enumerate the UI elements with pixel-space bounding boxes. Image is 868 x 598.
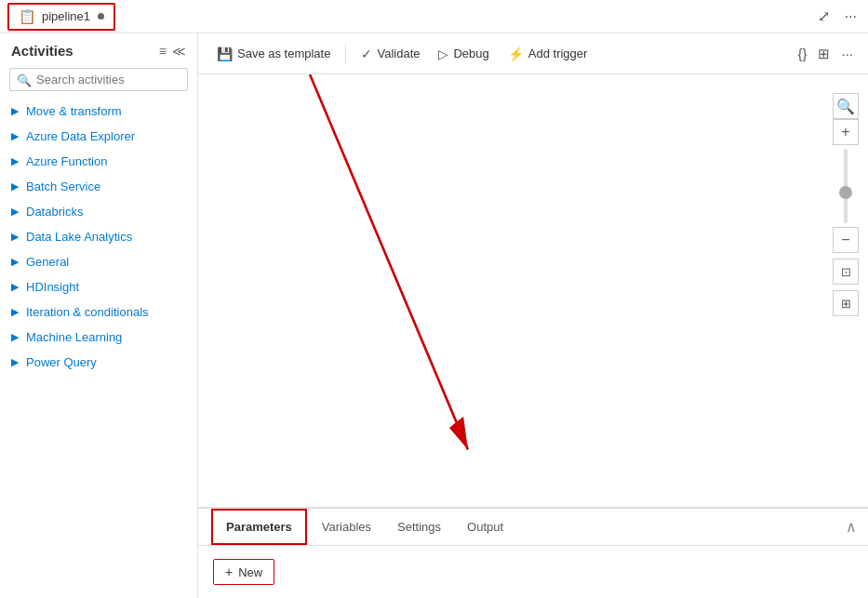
sidebar-collapse-button[interactable]: ≡ (159, 44, 167, 59)
chevron-icon: ▶ (11, 306, 19, 318)
chevron-icon: ▶ (11, 130, 19, 142)
tab-actions: ⤢ ··· (814, 6, 861, 27)
activity-label: Iteration & conditionals (26, 305, 149, 319)
pipeline-icon: 📋 (19, 8, 36, 25)
fit-view-button[interactable]: ⊡ (833, 259, 859, 285)
chevron-icon: ▶ (11, 281, 19, 293)
activity-item-azure-function[interactable]: ▶ Azure Function (0, 149, 197, 174)
tab-settings[interactable]: Settings (384, 511, 454, 543)
activity-label: Power Query (26, 355, 97, 369)
activity-item-power-query[interactable]: ▶ Power Query (0, 350, 197, 375)
pipeline-tab[interactable]: 📋 pipeline1 (7, 3, 115, 31)
activity-item-move-transform[interactable]: ▶ Move & transform (0, 99, 197, 124)
sidebar-title: Activities (11, 43, 73, 59)
code-view-button[interactable]: {} (794, 42, 810, 66)
more-tab-button[interactable]: ··· (841, 6, 861, 27)
zoom-controls: 🔍 + − ⊡ ⊞ (833, 93, 859, 316)
activity-item-azure-data-explorer[interactable]: ▶ Azure Data Explorer (0, 124, 197, 149)
toolbar-right: {} ⊞ ··· (794, 42, 857, 66)
search-box: 🔍 (9, 68, 188, 91)
activity-label: Move & transform (26, 104, 122, 118)
activity-item-batch-service[interactable]: ▶ Batch Service (0, 174, 197, 199)
activity-item-data-lake-analytics[interactable]: ▶ Data Lake Analytics (0, 224, 197, 249)
new-button-label: New (238, 565, 262, 579)
validate-icon: ✓ (361, 47, 372, 61)
debug-label: Debug (453, 47, 488, 60)
activity-label: Azure Data Explorer (26, 129, 135, 143)
content-area: 💾 Save as template ✓ Validate ▷ Debug ⚡ … (198, 33, 868, 598)
table-view-button[interactable]: ⊞ (814, 42, 834, 66)
activity-label: General (26, 255, 69, 269)
toolbar-separator-1 (345, 45, 346, 63)
sidebar-header-icons: ≡ ≪ (159, 44, 186, 59)
plus-icon: + (225, 565, 233, 579)
sidebar-header: Activities ≡ ≪ (0, 33, 197, 68)
zoom-minus-button[interactable]: − (833, 227, 859, 253)
activity-item-machine-learning[interactable]: ▶ Machine Learning (0, 325, 197, 350)
bottom-tabs: Parameters Variables Settings Output ∧ (198, 509, 868, 546)
activity-label: Data Lake Analytics (26, 230, 132, 244)
debug-button[interactable]: ▷ Debug (431, 43, 496, 65)
chevron-icon: ▶ (11, 155, 19, 167)
svg-line-1 (310, 74, 468, 449)
tab-variables[interactable]: Variables (309, 511, 384, 543)
search-icon: 🔍 (17, 73, 32, 86)
validate-label: Validate (377, 47, 420, 60)
tab-bar: 📋 pipeline1 ⤢ ··· (0, 0, 868, 33)
activity-label: Databricks (26, 205, 83, 219)
activity-label: Batch Service (26, 179, 100, 193)
annotation-arrow (198, 74, 868, 507)
chevron-icon: ▶ (11, 356, 19, 368)
unsaved-dot (98, 13, 104, 20)
chevron-icon: ▶ (11, 105, 19, 117)
activity-label: Machine Learning (26, 330, 122, 344)
layout-button[interactable]: ⊞ (833, 290, 859, 316)
pipeline-tab-label: pipeline1 (42, 9, 90, 23)
save-template-button[interactable]: 💾 Save as template (209, 43, 338, 65)
toolbar-more-button[interactable]: ··· (837, 42, 857, 66)
chevron-icon: ▶ (11, 180, 19, 193)
add-trigger-button[interactable]: ⚡ Add trigger (501, 43, 595, 65)
activity-label: HDInsight (26, 280, 79, 294)
activity-label: Azure Function (26, 154, 107, 168)
tab-parameters[interactable]: Parameters (211, 509, 307, 545)
zoom-in-button[interactable]: 🔍 (833, 93, 859, 119)
debug-icon: ▷ (438, 47, 448, 61)
chevron-icon: ▶ (11, 206, 19, 218)
save-template-label: Save as template (237, 47, 330, 60)
expand-button[interactable]: ⤢ (814, 6, 834, 27)
validate-button[interactable]: ✓ Validate (354, 43, 427, 65)
bottom-panel-close-button[interactable]: ∧ (846, 518, 857, 536)
add-trigger-label: Add trigger (528, 47, 588, 60)
chevron-icon: ▶ (11, 331, 19, 343)
zoom-slider-track (844, 149, 848, 223)
main-layout: Activities ≡ ≪ 🔍 ▶ Move & transform ▶ Az… (0, 33, 868, 598)
activity-item-hdinsight[interactable]: ▶ HDInsight (0, 274, 197, 299)
tab-output[interactable]: Output (454, 511, 516, 543)
bottom-panel: Parameters Variables Settings Output ∧ +… (198, 507, 868, 598)
activity-item-databricks[interactable]: ▶ Databricks (0, 199, 197, 224)
trigger-icon: ⚡ (508, 47, 524, 61)
activity-item-iteration-conditionals[interactable]: ▶ Iteration & conditionals (0, 299, 197, 325)
sidebar: Activities ≡ ≪ 🔍 ▶ Move & transform ▶ Az… (0, 33, 198, 598)
activity-item-general[interactable]: ▶ General (0, 249, 197, 274)
canvas-area[interactable]: 🔍 + − ⊡ ⊞ (198, 74, 868, 507)
new-parameter-button[interactable]: + New (213, 559, 274, 585)
zoom-plus-button[interactable]: + (833, 119, 859, 145)
bottom-content: + New (198, 546, 868, 598)
save-template-icon: 💾 (217, 47, 233, 61)
chevron-icon: ▶ (11, 256, 19, 268)
activity-list: ▶ Move & transform ▶ Azure Data Explorer… (0, 99, 197, 598)
sidebar-filter-button[interactable]: ≪ (172, 44, 186, 59)
zoom-slider-thumb[interactable] (839, 186, 852, 199)
chevron-icon: ▶ (11, 231, 19, 243)
toolbar: 💾 Save as template ✓ Validate ▷ Debug ⚡ … (198, 33, 868, 74)
search-input[interactable] (9, 68, 188, 91)
